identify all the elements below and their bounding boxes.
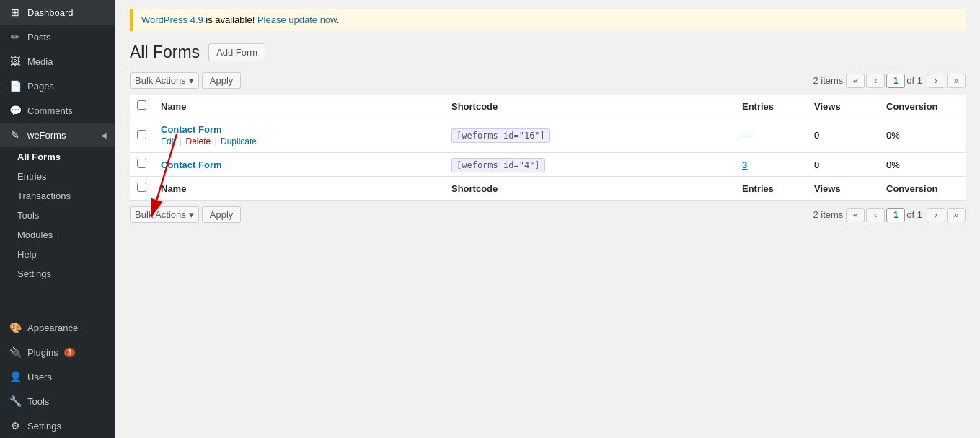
- sidebar-item-settings[interactable]: ⚙ Settings: [0, 413, 115, 438]
- items-count-top: 2 items: [813, 75, 843, 86]
- shortcode-tag-1[interactable]: [weforms id="16"]: [451, 128, 550, 143]
- sidebar-item-users[interactable]: 👤 Users: [0, 364, 115, 389]
- items-count-bottom: 2 items: [813, 209, 843, 220]
- bulk-actions-chevron-top: ▾: [189, 75, 194, 86]
- bulk-actions-select-top[interactable]: Bulk Actions ▾: [130, 72, 199, 89]
- check-all-footer-checkbox[interactable]: [137, 183, 146, 192]
- row-checkbox-1[interactable]: [137, 130, 146, 139]
- plugins-badge: 3: [64, 348, 76, 357]
- sidebar-item-label: Appearance: [27, 323, 78, 333]
- add-form-button[interactable]: Add Form: [208, 43, 265, 61]
- sidebar-sub-item-transactions[interactable]: Transactions: [0, 186, 115, 206]
- prev-page-btn-top[interactable]: ‹: [866, 74, 885, 88]
- notice-text2: .: [337, 14, 340, 25]
- sidebar-sub-label: Tools: [17, 210, 39, 221]
- edit-link-1[interactable]: Edit: [161, 136, 176, 146]
- sidebar-item-label: Media: [27, 56, 53, 67]
- media-icon: 🖼: [9, 55, 22, 68]
- last-page-btn-bottom[interactable]: »: [947, 208, 966, 222]
- prev-page-btn-bottom[interactable]: ‹: [866, 208, 885, 222]
- table-row: Contact Form Edit | Delete | Duplicate […: [130, 118, 966, 153]
- top-toolbar-right: 2 items « ‹ 1 of 1 › »: [813, 74, 966, 88]
- sidebar-item-media[interactable]: 🖼 Media: [0, 49, 115, 74]
- sidebar-sub-item-entries[interactable]: Entries: [0, 167, 115, 186]
- plugins-icon: 🔌: [9, 346, 22, 359]
- sidebar-item-tools[interactable]: 🔧 Tools: [0, 389, 115, 413]
- sidebar-item-comments[interactable]: 💬 Comments: [0, 98, 115, 123]
- name-footer: Name: [154, 177, 444, 201]
- bottom-toolbar: Bulk Actions ▾ Apply 2 items « ‹ 1 of 1 …: [130, 206, 966, 223]
- sidebar-item-pages[interactable]: 📄 Pages: [0, 74, 115, 98]
- sidebar: ⊞ Dashboard ✏ Posts 🖼 Media 📄 Pages 💬 Co…: [0, 0, 115, 438]
- comments-icon: 💬: [9, 104, 22, 117]
- sidebar-sub-item-all-forms[interactable]: All Forms: [0, 147, 115, 167]
- main-content: WordPress 4.9 is available! Please updat…: [115, 0, 980, 438]
- sidebar-sub-label: All Forms: [17, 152, 61, 162]
- first-page-btn-bottom[interactable]: «: [846, 208, 865, 222]
- next-page-btn-top[interactable]: ›: [927, 74, 945, 88]
- dashboard-icon: ⊞: [9, 6, 22, 19]
- sidebar-item-label: Settings: [27, 421, 61, 432]
- sidebar-sub-item-help[interactable]: Help: [0, 245, 115, 264]
- form-name-link-2[interactable]: Contact Form: [161, 159, 222, 170]
- sidebar-item-label: Comments: [27, 105, 73, 116]
- shortcode-header: Shortcode: [444, 95, 735, 118]
- update-now-link[interactable]: Please update now: [257, 14, 337, 25]
- conversion-cell-1: 0%: [879, 118, 966, 153]
- wordpress-version-link[interactable]: WordPress 4.9: [141, 14, 203, 25]
- table-row: Contact Form [weforms id="4"] 3 0 0%: [130, 153, 966, 177]
- sidebar-item-appearance[interactable]: 🎨 Appearance: [0, 315, 115, 340]
- page-title: All Forms: [130, 43, 200, 62]
- check-all-header: [130, 95, 154, 118]
- next-page-btn-bottom[interactable]: ›: [927, 208, 945, 222]
- sidebar-sub-item-modules[interactable]: Modules: [0, 225, 115, 245]
- sidebar-item-weforms[interactable]: ✎ weForms ◀: [0, 123, 115, 147]
- notice-text1: is available!: [203, 14, 257, 25]
- sidebar-item-posts[interactable]: ✏ Posts: [0, 25, 115, 49]
- row-actions-1: Edit | Delete | Duplicate: [161, 136, 437, 146]
- row-checkbox-2[interactable]: [137, 159, 146, 168]
- sidebar-item-label: Tools: [27, 396, 49, 407]
- pagination-top: « ‹ 1 of 1 › »: [846, 74, 966, 88]
- row-check-1: [130, 118, 154, 153]
- form-name-link-1[interactable]: Contact Form: [161, 124, 222, 135]
- forms-table: Name Shortcode Entries Views Conversion …: [130, 95, 966, 201]
- last-page-btn-top[interactable]: »: [947, 74, 966, 88]
- sidebar-sub-item-settings-weforms[interactable]: Settings: [0, 264, 115, 284]
- current-page-bottom[interactable]: 1: [886, 208, 905, 222]
- delete-link-1[interactable]: Delete: [186, 136, 211, 146]
- of-text-top: of 1: [906, 75, 922, 86]
- name-header: Name: [154, 95, 444, 118]
- users-icon: 👤: [9, 370, 22, 383]
- sidebar-item-label: Users: [27, 372, 52, 382]
- duplicate-link-1[interactable]: Duplicate: [221, 136, 257, 146]
- posts-icon: ✏: [9, 30, 22, 43]
- shortcode-tag-2[interactable]: [weforms id="4"]: [451, 158, 545, 172]
- entries-value-1: —: [742, 130, 751, 141]
- top-toolbar: Bulk Actions ▾ Apply 2 items « ‹ 1 of 1 …: [130, 72, 966, 89]
- check-all-checkbox[interactable]: [137, 100, 146, 110]
- weforms-collapse-arrow: ◀: [101, 131, 107, 139]
- bulk-actions-chevron-bottom: ▾: [189, 209, 194, 220]
- appearance-icon: 🎨: [9, 321, 22, 334]
- table-footer-row: Name Shortcode Entries Views Conversion: [130, 177, 966, 201]
- current-page-top[interactable]: 1: [886, 74, 905, 88]
- bulk-actions-select-bottom[interactable]: Bulk Actions ▾: [130, 206, 199, 223]
- shortcode-footer: Shortcode: [444, 177, 735, 201]
- apply-button-bottom[interactable]: Apply: [202, 206, 242, 223]
- apply-button-top[interactable]: Apply: [202, 72, 242, 89]
- sidebar-item-dashboard[interactable]: ⊞ Dashboard: [0, 0, 115, 25]
- entries-cell-2: 3: [735, 153, 807, 177]
- settings-icon: ⚙: [9, 419, 22, 432]
- sidebar-sub-item-tools[interactable]: Tools: [0, 206, 115, 225]
- top-toolbar-left: Bulk Actions ▾ Apply: [130, 72, 241, 89]
- sidebar-item-label: Posts: [27, 32, 51, 43]
- sidebar-item-plugins[interactable]: 🔌 Plugins 3: [0, 340, 115, 364]
- conversion-footer: Conversion: [879, 177, 966, 201]
- sidebar-item-label: Plugins: [27, 347, 58, 358]
- entries-header: Entries: [735, 95, 807, 118]
- entries-link-2[interactable]: 3: [742, 159, 747, 170]
- first-page-btn-top[interactable]: «: [846, 74, 865, 88]
- sidebar-sub-label: Entries: [17, 171, 46, 182]
- tools-icon: 🔧: [9, 395, 22, 408]
